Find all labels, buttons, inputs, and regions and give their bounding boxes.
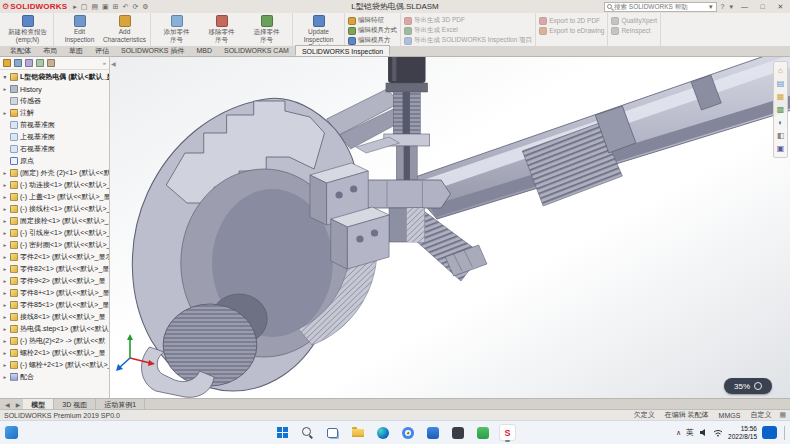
reinspect-button[interactable]: ReInspect [611, 26, 657, 35]
tree-item-6[interactable]: 右视基准面 [0, 143, 109, 155]
qualityxpert-button[interactable]: QualityXpert [611, 16, 657, 25]
design-library-icon[interactable]: ▤ [777, 79, 785, 88]
tree-item-5[interactable]: 上视基准面 [0, 131, 109, 143]
graphics-viewport[interactable]: ◀ [110, 57, 790, 398]
search-box[interactable]: ▾ [604, 2, 717, 12]
command-tab-6[interactable]: MBD [190, 45, 218, 56]
tree-item-14[interactable]: ▸(-) 密封圈<1> (默认<<默认>_显 [0, 239, 109, 251]
tree-item-1[interactable]: ▸History [0, 83, 109, 95]
tree-item-16[interactable]: ▸零件82<1> (默认<<默认>_显 [0, 263, 109, 275]
edge-browser-icon[interactable] [374, 424, 391, 441]
edit-method-button[interactable]: 编辑模具方式 [348, 26, 397, 35]
browser-icon[interactable] [399, 424, 416, 441]
undo-icon[interactable]: ↶ [121, 1, 131, 13]
volume-icon[interactable] [699, 428, 708, 437]
edit-inspection-button[interactable]: EditInspection [57, 14, 102, 43]
tree-item-12[interactable]: ▸固定接栓<1> (默认<<默认>_显示状 [0, 215, 109, 227]
tree-item-15[interactable]: ▸零件2<1> (默认<<默认>_显示状 [0, 251, 109, 263]
tree-item-11[interactable]: ▸(-) 接线柱<1> (默认<<默认>_显 [0, 203, 109, 215]
doc-tabs-prev-arrow[interactable]: ◀ [2, 401, 13, 408]
task-view-button[interactable] [324, 424, 341, 441]
notification-badge[interactable] [762, 426, 777, 439]
scenes-icon[interactable]: ◧ [777, 131, 785, 140]
doc-tabs-next-arrow[interactable]: ▶ [13, 401, 24, 408]
help-dropdown-icon[interactable]: ▾ [728, 3, 734, 11]
tree-item-8[interactable]: ▸(固定) 外壳 (2)<1> (默认<<默认>_显示状 [0, 167, 109, 179]
screen-overlay-pill[interactable]: 35% [724, 378, 772, 394]
command-tab-7[interactable]: SOLIDWORKS CAM [218, 45, 295, 56]
start-button[interactable] [274, 424, 291, 441]
dimxpertmanager-tab[interactable] [36, 59, 44, 67]
tray-expand-chevron[interactable]: ∧ [676, 429, 681, 437]
tree-item-20[interactable]: ▸接线8<1> (默认<<默认>_显 [0, 311, 109, 323]
solidworks-resources-icon[interactable]: ⌂ [778, 66, 783, 75]
edit-feature-button[interactable]: 编辑特征 [348, 16, 397, 25]
close-button[interactable]: ✕ [773, 1, 788, 13]
feature-tree-root[interactable]: ▾L型铠袋热电偶 (默认<默认_显示状态-1 [0, 71, 109, 83]
featuremanager-tab[interactable] [3, 59, 11, 67]
tree-item-24[interactable]: ▸(-) 螺栓+2<1> (默认<<默认>_显示状 [0, 359, 109, 371]
pinned-app-green-icon[interactable] [474, 424, 491, 441]
ime-indicator[interactable]: 英 [686, 427, 694, 438]
file-menu-arrow-icon[interactable]: ▸ [71, 1, 79, 13]
command-tab-4[interactable]: 评估 [89, 45, 115, 56]
pinned-app-dark-icon[interactable] [449, 424, 466, 441]
solidworks-taskbar-icon[interactable] [499, 424, 516, 441]
rebuild-icon[interactable]: ⟳ [130, 1, 140, 13]
export-edrawing-button[interactable]: Export to eDrawing [539, 26, 604, 35]
tree-item-13[interactable]: ▸(-) 引线座<1> (默认<<默认>_显示 [0, 227, 109, 239]
doc-tab-3[interactable]: 运动算例1 [96, 399, 145, 410]
panel-collapse-arrow[interactable]: ◀ [111, 60, 116, 67]
3d-model-canvas[interactable] [110, 57, 790, 398]
tree-item-22[interactable]: ▸(-) 热电(2)<2> -> (默认<<默 [0, 335, 109, 347]
appearances-icon[interactable]: ◐ [778, 118, 783, 127]
panel-tabs-more-icon[interactable]: » [103, 60, 106, 66]
doc-tab-1[interactable]: 模型 [23, 399, 54, 410]
displaymanager-tab[interactable] [47, 59, 55, 67]
tree-item-21[interactable]: ▸热电偶.step<1> (默认<<默认 [0, 323, 109, 335]
tree-item-9[interactable]: ▸(-) 动连接<1> (默认<<默认>_显示状 [0, 179, 109, 191]
tree-item-4[interactable]: 前视基准面 [0, 119, 109, 131]
open-icon[interactable]: ▤ [89, 1, 100, 13]
export-inspection-project-button[interactable]: 导出生成 SOLIDWORKS Inspection 项目 [404, 36, 532, 45]
add-characteristics-button[interactable]: AddCharacteristics [102, 14, 147, 43]
print-icon[interactable]: ⊞ [111, 1, 121, 13]
show-desktop-button[interactable] [784, 426, 786, 440]
minimize-button[interactable]: — [737, 1, 752, 13]
export-3d-pdf-button[interactable]: 导出生成 3D PDF [404, 16, 532, 25]
tree-item-18[interactable]: ▸零件8+<1> (默认<<默认>_显 [0, 287, 109, 299]
new-inspection-report-button[interactable]: 新建检查报告(emp;N) [5, 14, 50, 43]
taskbar-clock[interactable]: 15:56 2022/8/15 [728, 425, 757, 440]
tree-item-25[interactable]: ▸配合 [0, 371, 109, 383]
command-tab-1[interactable]: 装配体 [4, 45, 37, 56]
network-icon[interactable] [713, 428, 723, 437]
new-document-icon[interactable]: ▢ [79, 1, 90, 13]
tree-item-3[interactable]: ▸注解 [0, 107, 109, 119]
export-2d-pdf-button[interactable]: Export to 2D PDF [539, 16, 604, 25]
export-excel-button[interactable]: 导出生成 Excel [404, 26, 532, 35]
add-balloons-button[interactable]: 添加零件序号 [154, 14, 199, 43]
help-button[interactable]: ? [720, 3, 726, 10]
doc-tab-2[interactable]: 3D 视图 [54, 399, 96, 410]
tree-item-23[interactable]: ▸螺栓2<1> (默认<<默认>_显 [0, 347, 109, 359]
tree-item-2[interactable]: 传感器 [0, 95, 109, 107]
search-dropdown-icon[interactable]: ▾ [708, 3, 714, 11]
pinned-app-blue-icon[interactable] [424, 424, 441, 441]
file-explorer-icon[interactable]: ▦ [777, 92, 785, 101]
update-inspection-project-button[interactable]: UpdateInspection Project [296, 14, 341, 46]
remove-balloons-button[interactable]: 移除零件序号 [199, 14, 244, 43]
command-tab-3[interactable]: 草图 [63, 45, 89, 56]
tree-item-10[interactable]: ▸(-) 上盖<1> (默认<<默认>_显示状 [0, 191, 109, 203]
search-input[interactable] [614, 3, 706, 10]
edit-mold-button[interactable]: 编辑模具方 [348, 36, 397, 45]
search-button[interactable] [299, 424, 316, 441]
desktop-app-icon[interactable] [5, 426, 18, 439]
configurationmanager-tab[interactable] [25, 59, 33, 67]
select-balloons-button[interactable]: 选择零件序号 [244, 14, 289, 43]
command-tab-5[interactable]: SOLIDWORKS 插件 [115, 45, 190, 56]
tree-item-19[interactable]: ▸零件85<1> (默认<<默认>_显 [0, 299, 109, 311]
command-tab-8[interactable]: SOLIDWORKS Inspection [295, 45, 390, 56]
tree-item-17[interactable]: ▸零件9<2> (默认<<默认>_显 [0, 275, 109, 287]
tree-item-7[interactable]: 原点 [0, 155, 109, 167]
maximize-button[interactable]: □ [755, 1, 770, 13]
